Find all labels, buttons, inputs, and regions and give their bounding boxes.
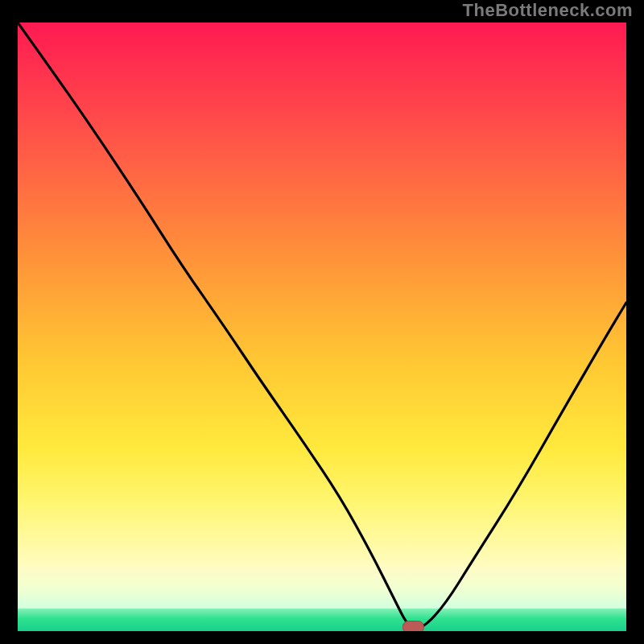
min-marker: [402, 621, 423, 632]
chart-svg: [18, 23, 626, 631]
gradient-green: [18, 609, 626, 631]
chart-container: TheBottleneck.com: [0, 0, 644, 644]
gradient-main: [18, 23, 626, 567]
plot-area: [18, 23, 626, 631]
gradient-pale: [18, 567, 626, 609]
watermark-text: TheBottleneck.com: [463, 0, 633, 21]
